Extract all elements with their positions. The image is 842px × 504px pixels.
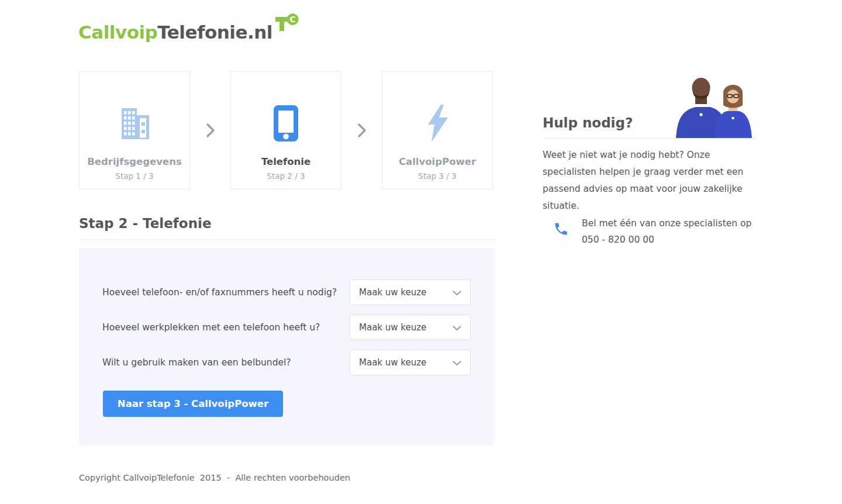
copyright-text: Copyright CallvoipTelefonie 2015 - Alle … (79, 473, 350, 482)
step-progress: Stap 2 / 3 (267, 171, 305, 181)
tc-key-icon: C (275, 13, 299, 35)
select-value: Maak uw keuze (359, 287, 426, 298)
step-card-telefonie[interactable]: Telefonie Stap 2 / 3 (230, 71, 341, 189)
chevron-down-icon (453, 357, 461, 368)
phone-number: 050 - 820 00 00 (582, 234, 654, 245)
select-value: Maak uw keuze (359, 322, 426, 333)
question-row-werkplekken: Hoeveel werkplekken met een telefoon hee… (102, 315, 471, 340)
step-label: CallvoipPower (399, 156, 476, 167)
brand-logo-dark: Telefonie.nl (157, 22, 272, 43)
smartphone-icon (272, 98, 299, 149)
step-card-callvoippower[interactable]: CallvoipPower Stap 3 / 3 (382, 71, 493, 189)
brand-logo[interactable]: CallvoipTelefonie.nl C (78, 20, 299, 44)
chevron-right-icon (341, 71, 382, 189)
brand-logo-text: CallvoipTelefonie.nl (78, 20, 272, 44)
step-progress: Stap 1 / 3 (115, 171, 153, 181)
phone-text-line1: Bel met één van onze specialisten op (582, 218, 751, 229)
chevron-down-icon (453, 287, 461, 298)
sidebar-divider (543, 138, 756, 139)
phone-contact: Bel met één van onze specialisten op 050… (553, 215, 751, 248)
telefonie-form-panel: Hoeveel telefoon- en/of faxnummers heeft… (79, 248, 494, 446)
belbundel-select[interactable]: Maak uw keuze (350, 350, 471, 375)
chevron-down-icon (453, 322, 461, 333)
brand-logo-green: Callvoip (78, 22, 157, 43)
next-step-button[interactable]: Naar stap 3 - CallvoipPower (103, 391, 283, 417)
support-specialists-photo (667, 75, 756, 139)
phone-icon (553, 221, 569, 248)
step-progress: Stap 3 / 3 (418, 171, 456, 181)
question-label: Hoeveel werkplekken met een telefoon hee… (102, 322, 320, 333)
building-icon (118, 98, 151, 149)
faxnummers-select[interactable]: Maak uw keuze (350, 279, 471, 305)
question-label: Hoeveel telefoon- en/of faxnummers heeft… (102, 287, 337, 298)
page: CallvoipTelefonie.nl C (0, 0, 842, 504)
page-title: Stap 2 - Telefonie (79, 216, 212, 231)
sidebar-description: Weet je niet wat je nodig hebt? Onze spe… (543, 147, 760, 215)
chevron-right-icon (190, 71, 230, 189)
question-row-faxnummers: Hoeveel telefoon- en/of faxnummers heeft… (102, 279, 471, 305)
question-label: Wilt u gebruik maken van een belbundel? (102, 357, 291, 368)
phone-text: Bel met één van onze specialisten op 050… (582, 215, 751, 248)
sidebar-title: Hulp nodig? (543, 115, 633, 130)
select-value: Maak uw keuze (359, 357, 426, 368)
wizard-steps: Bedrijfsgegevens Stap 1 / 3 Telefonie St… (79, 71, 494, 189)
svg-text:C: C (289, 15, 295, 24)
lightning-icon (426, 98, 449, 149)
werkplekken-select[interactable]: Maak uw keuze (350, 315, 471, 340)
step-card-bedrijfsgegevens[interactable]: Bedrijfsgegevens Stap 1 / 3 (79, 71, 190, 189)
heading-divider (79, 239, 494, 240)
question-row-belbundel: Wilt u gebruik maken van een belbundel? … (102, 350, 471, 375)
step-label: Bedrijfsgegevens (87, 156, 182, 167)
step-label: Telefonie (261, 156, 310, 167)
